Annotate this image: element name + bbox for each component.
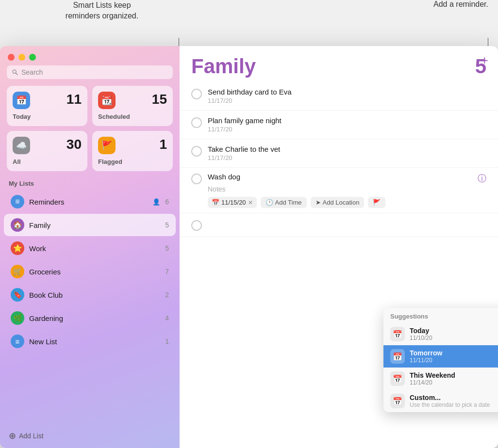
suggestion-tomorrow[interactable]: 📅 Tomorrow 11/11/20 (383, 345, 498, 368)
wash-dog-title: Wash dog (208, 173, 472, 181)
suggestion-custom-note: Use the calendar to pick a date (410, 401, 490, 408)
add-location-button[interactable]: ➤ Add Location (311, 197, 365, 208)
today-label: Today (13, 113, 82, 120)
suggestion-custom-icon: 📅 (390, 394, 405, 408)
flagged-icon: 🚩 (98, 137, 116, 154)
smart-card-scheduled[interactable]: 📆 15 Scheduled (92, 86, 173, 126)
suggestion-tomorrow-text: Tomorrow 11/11/20 (410, 349, 442, 364)
scheduled-label: Scheduled (98, 113, 167, 120)
add-list-label: Add List (19, 432, 44, 440)
my-lists-header: My Lists (0, 178, 180, 190)
reminder-item-2: Plan family game night 11/17/20 (180, 111, 498, 139)
sidebar-item-groceries[interactable]: 🛒 Groceries 7 (4, 260, 176, 283)
clock-icon: 🕐 (266, 199, 273, 206)
reminder-title-3: Take Charlie to the vet (208, 145, 486, 153)
sidebar-item-newlist[interactable]: ≡ New List 1 (4, 330, 176, 352)
newlist-count: 1 (165, 337, 169, 345)
chip-date: 11/15/20 (221, 199, 246, 206)
main-header: Family 5 (180, 46, 498, 82)
svg-line-1 (16, 73, 18, 75)
suggestion-today-text: Today 11/10/20 (410, 327, 432, 341)
reminder-text-2: Plan family game night 11/17/20 (208, 116, 486, 133)
reminder-checkbox-5[interactable] (191, 220, 202, 231)
add-reminder-button[interactable]: + (481, 53, 488, 68)
reminder-item-3: Take Charlie to the vet 11/17/20 (180, 139, 498, 168)
suggestion-weekend-text: This Weekend 11/14/20 (410, 371, 455, 386)
sidebar: Search 📅 11 Today 📆 15 Scheduled ☁️ (0, 46, 180, 448)
reminder-title-1: Send birthday card to Eva (208, 88, 486, 96)
suggestion-weekend-icon: 📅 (390, 371, 405, 386)
suggestions-dropdown: Suggestions 📅 Today 11/10/20 📅 Tomorrow … (383, 308, 498, 412)
suggestion-today-label: Today (410, 327, 432, 335)
reminder-date-1: 11/17/20 (208, 97, 486, 104)
add-location-label: Add Location (323, 199, 360, 206)
info-icon[interactable]: ⓘ (478, 173, 486, 184)
wash-dog-section: Wash dog ⓘ Notes 📅 11/15/20 ✕ 🕐 Add Time (180, 168, 498, 213)
tooltip-add-reminder: Add a reminder. (391, 0, 488, 9)
groceries-icon: 🛒 (11, 265, 24, 278)
search-bar[interactable]: Search (7, 65, 173, 79)
add-time-button[interactable]: 🕐 Add Time (261, 197, 307, 208)
add-list-icon: ⊕ (9, 431, 16, 441)
sidebar-item-reminders[interactable]: ≡ Reminders 👤 6 (4, 191, 176, 213)
reminder-checkbox-1[interactable] (191, 89, 202, 99)
notes-input[interactable]: Notes (208, 185, 486, 193)
calendar-icon: 📅 (212, 199, 219, 206)
smart-card-flagged[interactable]: 🚩 1 Flagged (92, 131, 173, 171)
suggestion-custom-text: Custom... Use the calendar to pick a dat… (410, 394, 490, 408)
suggestion-weekend[interactable]: 📅 This Weekend 11/14/20 (383, 368, 498, 390)
reminder-item-1: Send birthday card to Eva 11/17/20 (180, 82, 498, 111)
gardening-count: 4 (165, 314, 169, 322)
bookclub-icon: 🔖 (11, 288, 24, 302)
reminder-date-3: 11/17/20 (208, 154, 486, 161)
gardening-label: Gardening (29, 314, 160, 322)
suggestion-today-date: 11/10/20 (410, 335, 432, 341)
app-window: Search 📅 11 Today 📆 15 Scheduled ☁️ (0, 46, 498, 448)
reminders-icon: ≡ (11, 195, 24, 208)
sidebar-item-work[interactable]: ⭐ Work 5 (4, 237, 176, 259)
reminder-checkbox-3[interactable] (191, 146, 202, 157)
add-list-button[interactable]: ⊕ Add List (0, 424, 180, 448)
suggestion-weekend-label: This Weekend (410, 371, 455, 379)
wash-dog-checkbox[interactable] (191, 174, 202, 184)
reminder-item-5 (180, 213, 498, 237)
tooltip-smart-lists: Smart Lists keepreminders organized. (49, 0, 155, 22)
gardening-icon: 🌿 (11, 311, 24, 325)
smart-card-today[interactable]: 📅 11 Today (7, 86, 87, 126)
suggestion-today[interactable]: 📅 Today 11/10/20 (383, 323, 498, 345)
work-label: Work (29, 244, 160, 253)
minimize-button[interactable] (18, 54, 25, 61)
smart-card-all[interactable]: ☁️ 30 All (7, 131, 87, 171)
all-count: 30 (66, 137, 82, 152)
chip-close-icon[interactable]: ✕ (248, 199, 253, 206)
reminder-date-2: 11/17/20 (208, 126, 486, 133)
newlist-label: New List (29, 337, 160, 346)
work-icon: ⭐ (11, 241, 24, 255)
flag-button[interactable]: 🚩 (368, 197, 385, 208)
all-label: All (13, 158, 82, 165)
groceries-label: Groceries (29, 268, 160, 276)
maximize-button[interactable] (29, 54, 36, 61)
reminder-toolbar: 📅 11/15/20 ✕ 🕐 Add Time ➤ Add Location 🚩 (208, 197, 486, 208)
sidebar-item-family[interactable]: 🏠 Family 5 (4, 214, 176, 236)
titlebar (0, 46, 180, 65)
sidebar-item-bookclub[interactable]: 🔖 Book Club 2 (4, 284, 176, 306)
sidebar-item-gardening[interactable]: 🌿 Gardening 4 (4, 307, 176, 329)
smart-grid: 📅 11 Today 📆 15 Scheduled ☁️ 30 All (0, 86, 180, 178)
all-icon: ☁️ (13, 137, 30, 154)
reminder-checkbox-2[interactable] (191, 117, 202, 128)
search-input[interactable]: Search (21, 68, 43, 76)
family-count: 5 (165, 221, 169, 229)
suggestion-tomorrow-icon: 📅 (390, 349, 405, 364)
close-button[interactable] (8, 54, 15, 61)
flagged-count: 1 (159, 137, 167, 152)
page-title: Family (191, 55, 256, 78)
scheduled-icon: 📆 (98, 92, 116, 109)
suggestion-custom[interactable]: 📅 Custom... Use the calendar to pick a d… (383, 390, 498, 412)
suggestion-custom-label: Custom... (410, 394, 490, 401)
suggestions-header: Suggestions (383, 308, 498, 323)
today-icon: 📅 (13, 92, 30, 109)
reminders-count: 6 (165, 198, 169, 206)
date-chip[interactable]: 📅 11/15/20 ✕ (208, 197, 257, 208)
reminders-person: 👤 (152, 198, 160, 206)
